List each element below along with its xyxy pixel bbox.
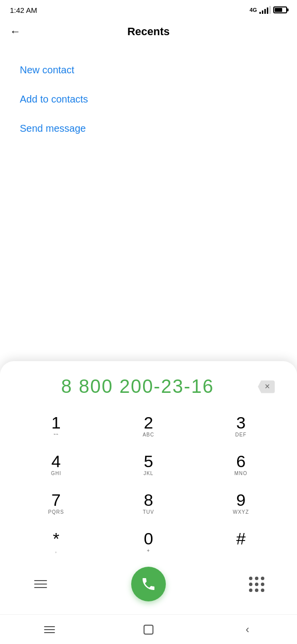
add-to-contacts-button[interactable]: Add to contacts [20,85,277,114]
network-label: 4G [249,7,257,13]
dialpad-container: 8 800 200-23-16 1 ⌁⌁ 2 ABC 3 DEF 4 GHI 5… [0,361,297,614]
menu-section: New contact Add to contacts Send message [0,46,297,153]
page-title: Recents [127,25,170,38]
nav-back-icon: ‹ [246,623,249,636]
call-button[interactable] [131,567,166,601]
dots-grid-icon [249,577,264,592]
backspace-icon [258,380,275,393]
header: ← Recents [0,18,297,46]
phone-display: 8 800 200-23-16 [0,371,297,407]
dial-key-6[interactable]: 6 MNO [195,446,287,484]
dial-key-5[interactable]: 5 JKL [102,446,195,484]
dial-key-4[interactable]: 4 GHI [10,446,102,484]
menu-icon-button[interactable] [30,573,51,595]
dial-key-8[interactable]: 8 TUV [102,484,195,523]
send-message-button[interactable]: Send message [20,114,277,143]
nav-home-button[interactable] [134,620,163,640]
hamburger-line-1 [34,580,47,581]
status-bar: 1:42 AM 4G 67 [0,0,297,18]
nav-hamburger-icon [44,626,55,633]
dial-key-0[interactable]: 0 + [102,523,195,562]
dial-key-9[interactable]: 9 WXYZ [195,484,287,523]
status-time: 1:42 AM [10,6,37,14]
nav-menu-button[interactable] [35,620,64,640]
back-button[interactable]: ← [10,23,25,40]
dial-key-hash[interactable]: # [195,523,287,562]
hamburger-line-2 [34,584,47,585]
dial-key-2[interactable]: 2 ABC [102,407,195,446]
keypad-icon-button[interactable] [246,573,267,595]
status-icons: 4G 67 [249,6,287,14]
dial-key-star[interactable]: * , [10,523,102,562]
hamburger-icon [34,580,47,588]
phone-number: 8 800 200-23-16 [20,376,255,397]
action-bar [0,562,297,609]
dial-key-3[interactable]: 3 DEF [195,407,287,446]
battery-icon: 67 [273,6,287,13]
dial-key-1[interactable]: 1 ⌁⌁ [10,407,102,446]
backspace-button[interactable] [255,379,277,395]
nav-back-button[interactable]: ‹ [233,620,262,640]
nav-bar: ‹ [0,614,297,644]
signal-bars-icon [259,6,271,14]
dial-grid: 1 ⌁⌁ 2 ABC 3 DEF 4 GHI 5 JKL 6 MNO 7 PQR… [0,407,297,562]
hamburger-line-3 [34,587,47,588]
phone-icon [141,576,156,592]
dial-key-7[interactable]: 7 PQRS [10,484,102,523]
nav-square-icon [144,625,153,635]
new-contact-button[interactable]: New contact [20,55,277,85]
